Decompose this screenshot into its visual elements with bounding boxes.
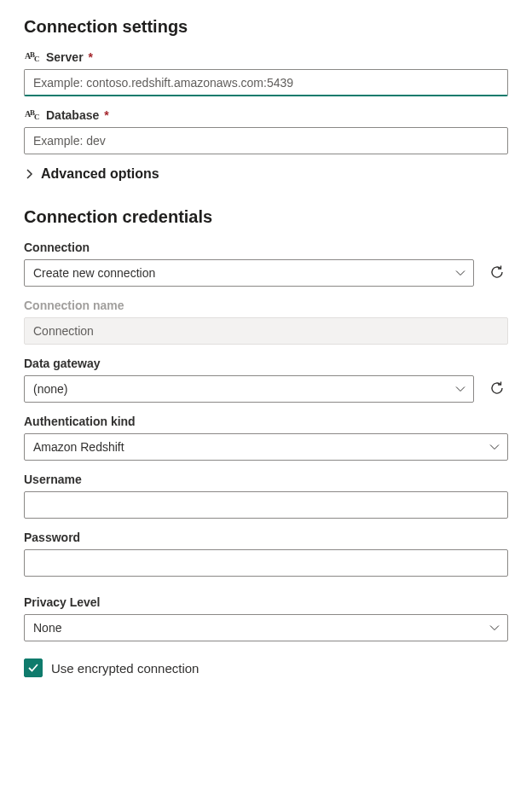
required-indicator: * [89,50,93,64]
data-gateway-label: Data gateway [24,357,474,370]
gateway-refresh-button[interactable] [486,377,508,399]
connection-name-label: Connection name [24,299,508,312]
data-gateway-field-group: Data gateway (none) [24,357,474,403]
privacy-select[interactable]: None [24,614,508,641]
database-field-group: A B C Database * [24,108,508,154]
server-label-text: Server [46,50,84,64]
password-input[interactable] [24,549,508,577]
data-gateway-row: Data gateway (none) [24,357,508,403]
database-label: A B C Database * [24,108,508,122]
svg-text:C: C [34,55,40,63]
refresh-icon [489,264,506,281]
text-type-icon: A B C [24,50,41,64]
server-field-group: A B C Server * [24,50,508,96]
data-gateway-select[interactable]: (none) [24,375,474,403]
connection-credentials-title: Connection credentials [24,207,508,227]
connection-name-input [24,317,508,345]
connection-field-group: Connection Create new connection [24,241,474,287]
required-indicator: * [104,108,108,122]
auth-kind-select[interactable]: Amazon Redshift [24,433,508,461]
username-label: Username [24,473,508,486]
connection-select[interactable]: Create new connection [24,259,474,287]
connection-settings-title: Connection settings [24,17,508,37]
encrypted-checkbox-row: Use encrypted connection [24,658,508,677]
username-field-group: Username [24,473,508,519]
checkmark-icon [27,663,39,673]
encrypted-checkbox[interactable] [24,658,43,677]
privacy-field-group: Privacy Level None [24,595,508,641]
database-label-text: Database [46,108,99,122]
encrypted-checkbox-label: Use encrypted connection [51,661,199,676]
auth-kind-label: Authentication kind [24,415,508,428]
server-input[interactable] [24,69,508,96]
svg-text:C: C [34,113,40,121]
refresh-icon [489,380,506,397]
database-input[interactable] [24,127,508,154]
advanced-options-expander[interactable]: Advanced options [24,166,508,182]
connection-credentials-section: Connection credentials Connection Create… [24,207,508,677]
connection-settings-section: Connection settings A B C Server * A B C [24,17,508,182]
username-input[interactable] [24,491,508,519]
chevron-right-icon [24,169,34,179]
advanced-options-label: Advanced options [41,166,159,182]
text-type-icon: A B C [24,108,41,122]
password-field-group: Password [24,531,508,577]
privacy-label: Privacy Level [24,595,508,609]
connection-label: Connection [24,241,474,254]
connection-refresh-button[interactable] [486,261,508,283]
auth-kind-field-group: Authentication kind Amazon Redshift [24,415,508,461]
connection-row: Connection Create new connection [24,241,508,287]
connection-name-field-group: Connection name [24,299,508,345]
server-label: A B C Server * [24,50,508,64]
password-label: Password [24,531,508,544]
